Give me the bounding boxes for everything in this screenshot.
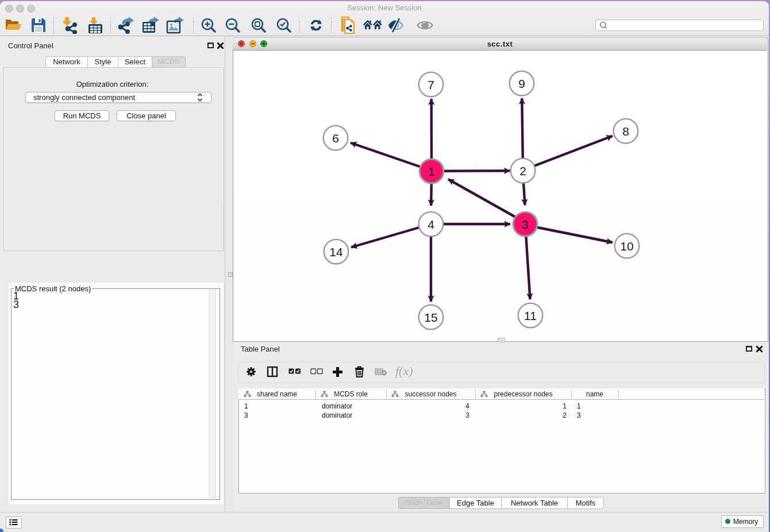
svg-text:8: 8 [622, 125, 629, 138]
svg-text:9: 9 [518, 77, 525, 90]
svg-text:7: 7 [428, 78, 434, 91]
svg-text:14: 14 [329, 245, 343, 259]
svg-text:1: 1 [428, 165, 435, 178]
svg-text:4: 4 [428, 218, 434, 231]
svg-text:6: 6 [332, 132, 339, 145]
svg-text:2: 2 [519, 164, 526, 178]
svg-text:3: 3 [522, 218, 529, 231]
svg-text:15: 15 [424, 311, 437, 324]
svg-text:10: 10 [620, 240, 633, 253]
svg-text:11: 11 [524, 309, 537, 322]
